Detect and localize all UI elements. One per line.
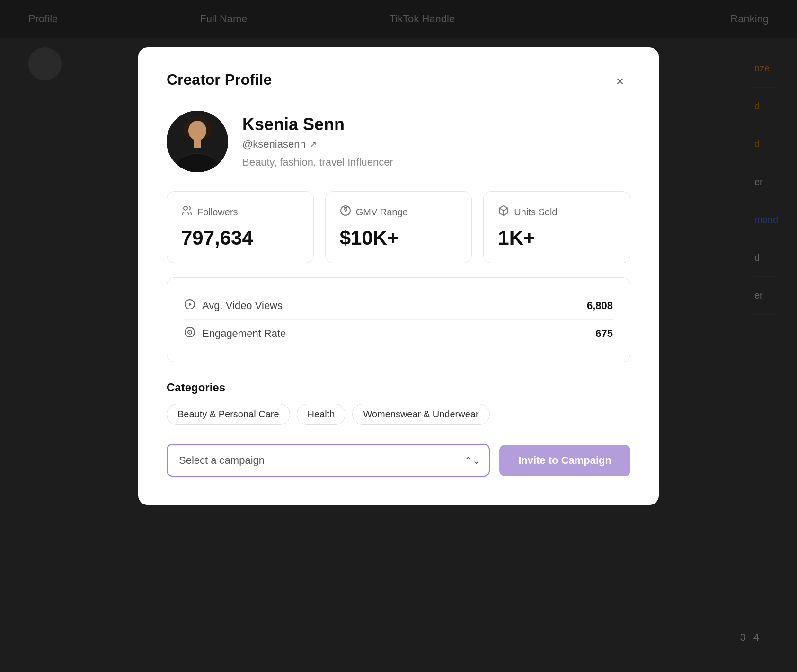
- creator-bio: Beauty, fashion, travel Influencer: [242, 156, 393, 168]
- followers-label: Followers: [197, 207, 238, 218]
- campaign-select[interactable]: Select a campaign: [167, 444, 490, 477]
- categories-title: Categories: [167, 381, 630, 394]
- engagement-rate-row: Engagement Rate 675: [184, 320, 613, 347]
- external-link-icon[interactable]: ↗: [310, 139, 317, 150]
- gmv-card: GMV Range $10K+: [325, 191, 472, 263]
- campaign-select-wrapper: Select a campaign ⌃⌄: [167, 444, 490, 477]
- followers-icon: [181, 205, 193, 219]
- units-label-row: Units Sold: [498, 205, 616, 219]
- creator-details: Ksenia Senn @kseniasenn ↗ Beauty, fashio…: [242, 111, 393, 168]
- metrics-card: Avg. Video Views 6,808 Engagement Rate 6…: [167, 277, 630, 362]
- engagement-rate-label: Engagement Rate: [202, 327, 286, 340]
- gmv-label: GMV Range: [356, 207, 408, 218]
- categories-list: Beauty & Personal Care Health Womenswear…: [167, 404, 630, 425]
- avg-video-views-value: 6,808: [587, 300, 613, 312]
- categories-section: Categories Beauty & Personal Care Health…: [167, 381, 630, 425]
- category-tag-womenswear: Womenswear & Underwear: [352, 404, 489, 425]
- followers-value: 797,634: [181, 227, 299, 249]
- category-tag-health: Health: [297, 404, 346, 425]
- creator-info: Ksenia Senn @kseniasenn ↗ Beauty, fashio…: [167, 111, 630, 172]
- followers-card: Followers 797,634: [167, 191, 314, 263]
- units-label: Units Sold: [514, 207, 557, 218]
- units-value: 1K+: [498, 227, 616, 249]
- units-icon: [498, 205, 509, 219]
- avatar-image: [167, 111, 228, 172]
- avg-video-views-row: Avg. Video Views 6,808: [184, 292, 613, 320]
- followers-label-row: Followers: [181, 205, 299, 219]
- modal-header: Creator Profile ×: [167, 71, 630, 92]
- stats-row: Followers 797,634 GMV Range $10K+: [167, 191, 630, 263]
- invite-to-campaign-button[interactable]: Invite to Campaign: [499, 445, 630, 476]
- svg-point-16: [189, 332, 190, 333]
- campaign-section: Select a campaign ⌃⌄ Invite to Campaign: [167, 444, 630, 477]
- gmv-value: $10K+: [340, 227, 458, 249]
- svg-rect-7: [194, 139, 201, 148]
- units-card: Units Sold 1K+: [483, 191, 630, 263]
- avg-video-views-label: Avg. Video Views: [202, 300, 283, 312]
- avatar: [167, 111, 228, 172]
- close-button[interactable]: ×: [610, 71, 630, 92]
- svg-point-8: [184, 206, 187, 210]
- engagement-rate-value: 675: [595, 327, 613, 340]
- video-views-icon: [184, 299, 195, 313]
- creator-name: Ksenia Senn: [242, 115, 393, 134]
- modal-title: Creator Profile: [167, 71, 272, 88]
- svg-point-5: [188, 121, 206, 141]
- engagement-icon: [184, 327, 195, 341]
- gmv-label-row: GMV Range: [340, 205, 458, 219]
- svg-marker-13: [189, 302, 192, 306]
- creator-profile-modal: Creator Profile ×: [138, 47, 659, 505]
- gmv-icon: [340, 205, 351, 219]
- category-tag-beauty: Beauty & Personal Care: [167, 404, 290, 425]
- creator-handle: @kseniasenn ↗: [242, 138, 393, 150]
